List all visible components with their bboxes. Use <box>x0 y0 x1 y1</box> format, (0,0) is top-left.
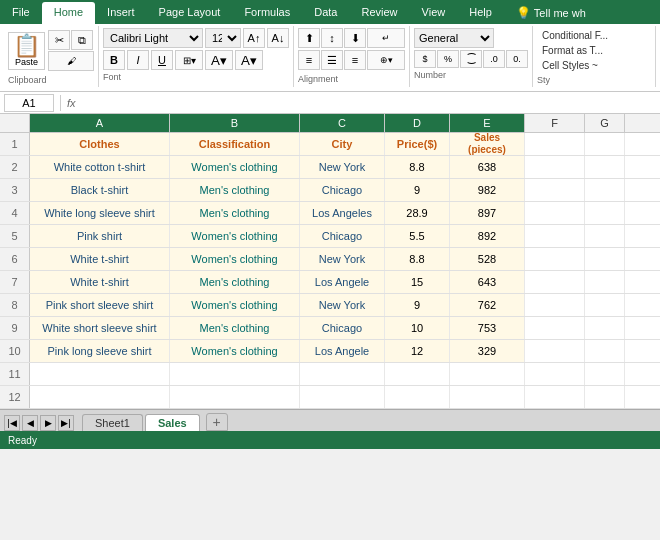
decrease-font-button[interactable]: A↓ <box>267 28 289 48</box>
cell-a4[interactable]: White long sleeve shirt <box>30 202 170 224</box>
cell-e9[interactable]: 753 <box>450 317 525 339</box>
cell-a11[interactable] <box>30 363 170 385</box>
col-header-g[interactable]: G <box>585 114 625 132</box>
currency-button[interactable]: $ <box>414 50 436 68</box>
align-right-button[interactable]: ≡ <box>344 50 366 70</box>
cell-g6[interactable] <box>585 248 625 270</box>
cell-f5[interactable] <box>525 225 585 247</box>
cell-b1[interactable]: Classification <box>170 133 300 155</box>
format-as-table-button[interactable]: Format as T... <box>537 43 608 58</box>
cell-c3[interactable]: Chicago <box>300 179 385 201</box>
cell-d11[interactable] <box>385 363 450 385</box>
cell-f7[interactable] <box>525 271 585 293</box>
cell-d1[interactable]: Price($) <box>385 133 450 155</box>
fill-color-button[interactable]: A▾ <box>205 50 233 70</box>
cell-c10[interactable]: Los Angele <box>300 340 385 362</box>
cell-d7[interactable]: 15 <box>385 271 450 293</box>
cell-d2[interactable]: 8.8 <box>385 156 450 178</box>
conditional-formatting-button[interactable]: Conditional F... <box>537 28 613 43</box>
cell-g2[interactable] <box>585 156 625 178</box>
cell-d9[interactable]: 10 <box>385 317 450 339</box>
sheet-tab-sheet1[interactable]: Sheet1 <box>82 414 143 431</box>
cell-e12[interactable] <box>450 386 525 408</box>
col-header-e[interactable]: E <box>450 114 525 132</box>
align-middle-button[interactable]: ↕ <box>321 28 343 48</box>
cell-g11[interactable] <box>585 363 625 385</box>
border-button[interactable]: ⊞▾ <box>175 50 203 70</box>
cell-f12[interactable] <box>525 386 585 408</box>
next-sheet-button[interactable]: ▶ <box>40 415 56 431</box>
copy-button[interactable]: ⧉ <box>71 30 93 50</box>
cell-a1[interactable]: Clothes <box>30 133 170 155</box>
cell-a12[interactable] <box>30 386 170 408</box>
cell-f3[interactable] <box>525 179 585 201</box>
font-color-button[interactable]: A▾ <box>235 50 263 70</box>
cell-b6[interactable]: Women's clothing <box>170 248 300 270</box>
cell-f11[interactable] <box>525 363 585 385</box>
cell-d10[interactable]: 12 <box>385 340 450 362</box>
cell-c8[interactable]: New York <box>300 294 385 316</box>
increase-decimal-button[interactable]: .0 <box>483 50 505 68</box>
cell-e11[interactable] <box>450 363 525 385</box>
cell-b2[interactable]: Women's clothing <box>170 156 300 178</box>
cell-g1[interactable] <box>585 133 625 155</box>
cell-d5[interactable]: 5.5 <box>385 225 450 247</box>
cell-f2[interactable] <box>525 156 585 178</box>
cell-e10[interactable]: 329 <box>450 340 525 362</box>
tab-formulas[interactable]: Formulas <box>232 2 302 24</box>
last-sheet-button[interactable]: ▶| <box>58 415 74 431</box>
cell-e8[interactable]: 762 <box>450 294 525 316</box>
wrap-text-button[interactable]: ↵ <box>367 28 405 48</box>
cell-b5[interactable]: Women's clothing <box>170 225 300 247</box>
cell-f4[interactable] <box>525 202 585 224</box>
cell-b8[interactable]: Women's clothing <box>170 294 300 316</box>
cell-f1[interactable] <box>525 133 585 155</box>
cell-a10[interactable]: Pink long sleeve shirt <box>30 340 170 362</box>
tab-view[interactable]: View <box>410 2 458 24</box>
cell-a3[interactable]: Black t-shirt <box>30 179 170 201</box>
cell-a7[interactable]: White t-shirt <box>30 271 170 293</box>
cell-f6[interactable] <box>525 248 585 270</box>
cell-b7[interactable]: Men's clothing <box>170 271 300 293</box>
cell-e5[interactable]: 892 <box>450 225 525 247</box>
col-header-b[interactable]: B <box>170 114 300 132</box>
first-sheet-button[interactable]: |◀ <box>4 415 20 431</box>
col-header-f[interactable]: F <box>525 114 585 132</box>
sheet-tab-sales[interactable]: Sales <box>145 414 200 431</box>
col-header-a[interactable]: A <box>30 114 170 132</box>
tab-insert[interactable]: Insert <box>95 2 147 24</box>
cell-c2[interactable]: New York <box>300 156 385 178</box>
tab-home[interactable]: Home <box>42 2 95 24</box>
decrease-decimal-button[interactable]: 0. <box>506 50 528 68</box>
col-header-d[interactable]: D <box>385 114 450 132</box>
font-size-select[interactable]: 12 <box>205 28 241 48</box>
cell-c4[interactable]: Los Angeles <box>300 202 385 224</box>
paste-button[interactable]: 📋 Paste <box>8 32 45 70</box>
cell-d4[interactable]: 28.9 <box>385 202 450 224</box>
cell-d3[interactable]: 9 <box>385 179 450 201</box>
cell-f9[interactable] <box>525 317 585 339</box>
name-box[interactable] <box>4 94 54 112</box>
cell-c11[interactable] <box>300 363 385 385</box>
cell-e3[interactable]: 982 <box>450 179 525 201</box>
format-painter-button[interactable]: 🖌 <box>48 51 94 71</box>
cell-b12[interactable] <box>170 386 300 408</box>
tab-tell-me[interactable]: 💡 Tell me wh <box>504 2 598 24</box>
tab-page-layout[interactable]: Page Layout <box>147 2 233 24</box>
align-left-button[interactable]: ≡ <box>298 50 320 70</box>
prev-sheet-button[interactable]: ◀ <box>22 415 38 431</box>
percent-button[interactable]: % <box>437 50 459 68</box>
cell-a5[interactable]: Pink shirt <box>30 225 170 247</box>
cell-c1[interactable]: City <box>300 133 385 155</box>
cell-b11[interactable] <box>170 363 300 385</box>
align-center-button[interactable]: ☰ <box>321 50 343 70</box>
cell-c5[interactable]: Chicago <box>300 225 385 247</box>
col-header-c[interactable]: C <box>300 114 385 132</box>
font-name-select[interactable]: Calibri Light <box>103 28 203 48</box>
cell-a9[interactable]: White short sleeve shirt <box>30 317 170 339</box>
increase-font-button[interactable]: A↑ <box>243 28 265 48</box>
cell-c6[interactable]: New York <box>300 248 385 270</box>
cell-e1[interactable]: Sales(pieces) <box>450 133 525 155</box>
tab-file[interactable]: File <box>0 2 42 24</box>
cell-styles-button[interactable]: Cell Styles ~ <box>537 58 603 73</box>
